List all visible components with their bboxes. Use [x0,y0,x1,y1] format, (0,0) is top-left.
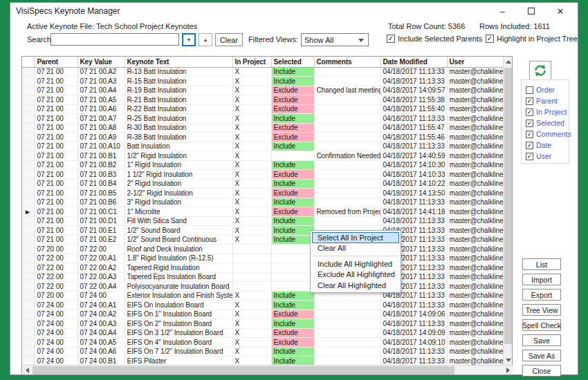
cell-in-project[interactable] [232,263,271,273]
cell-user[interactable]: master@chalkline [447,95,504,105]
cell-user[interactable]: master@chalkline [447,67,504,77]
cell-keynote-text[interactable]: 1.8" Rigid Insulation (R-12.5) [125,254,232,263]
spell-check-button[interactable]: Spell Check [522,319,561,331]
cell-parent[interactable]: 07 20 00 [35,291,77,301]
table-row[interactable]: 07 21 0007 21 00.A8R-30 Batt InsulationX… [22,123,504,133]
cell-keynote-text[interactable]: 1" Rigid Insulation [125,160,232,170]
col-header-user[interactable]: User [447,57,504,67]
cell-selected[interactable]: Exclude [271,310,314,319]
cell-in-project[interactable]: X [232,179,271,189]
cell-date-modified[interactable]: 04/18/2017 11:55:38 [380,95,447,105]
cell-parent[interactable]: 07 22 00 [35,254,77,263]
cell-selected[interactable] [271,272,314,282]
cell-user[interactable]: master@chalkline [447,179,504,189]
cell-in-project[interactable]: X [232,235,271,245]
row-selector-cell[interactable] [22,319,35,329]
cell-key-value[interactable]: 07 21 00.E1 [77,226,125,236]
col-header-in-project[interactable]: In Project [232,57,271,67]
search-input[interactable] [50,33,179,46]
table-row[interactable]: 07 22 0007 22 00.A11.8" Rigid Insulation… [22,254,504,263]
cell-date-modified[interactable]: 04/18/2017 11:55:46 [380,133,447,142]
menu-item-select-all-in-project[interactable]: Select All In Project [312,232,399,243]
cell-in-project[interactable]: X [232,357,271,366]
cell-parent[interactable]: 07 21 00 [35,77,77,86]
table-row[interactable]: ►07 21 0007 21 00.C11" MicroliteXExclude… [22,207,504,217]
include-selected-parents-checkbox[interactable]: ✓ Include Selected Parents [387,35,482,43]
cell-key-value[interactable]: 07 21 00.B3 [77,170,125,180]
cell-keynote-text[interactable]: 1/2" Sound Board [125,226,232,236]
cell-in-project[interactable]: X [232,216,271,226]
import-button[interactable]: Import [522,274,561,285]
cell-comments[interactable] [314,123,380,133]
table-row[interactable]: 07 24 0007 24 00.A2EIFS On 1" Insulation… [22,310,504,319]
cell-user[interactable]: master@chalkline [447,319,504,329]
cell-parent[interactable]: 07 21 00 [35,123,77,133]
cell-selected[interactable]: Include [271,114,314,124]
cell-comments[interactable] [314,104,380,114]
cell-comments[interactable] [314,133,380,142]
cell-in-project[interactable]: X [232,226,271,236]
cell-parent[interactable]: 07 21 00 [35,160,77,170]
cell-parent[interactable]: 07 21 00 [35,151,77,161]
search-prev-button[interactable]: ▲ [199,33,212,46]
close-icon[interactable]: ✕ [546,3,575,19]
cell-selected[interactable]: Include [271,142,314,151]
cell-date-modified[interactable]: 04/18/2017 11:13:33 [380,67,447,77]
row-selector-cell[interactable] [22,86,35,95]
row-selector-cell[interactable] [22,142,35,151]
cell-comments[interactable]: Confirmation Needed. [314,151,380,161]
column-toggle-comments[interactable]: ✓Comments [526,129,569,140]
cell-key-value[interactable]: 07 21 00.B4 [77,179,125,189]
menu-item-exclude-all-highlighted[interactable]: Exclude All Highlighted [312,269,399,281]
cell-user[interactable]: master@chalkline [447,235,504,245]
cell-keynote-text[interactable]: EIFS On 7 1/2" Insulation Board [125,347,232,357]
cell-keynote-text[interactable]: Fill With Silica Sand [125,216,232,226]
maximize-icon[interactable] [517,3,546,19]
table-row[interactable]: 07 21 0007 21 00.A5R-21 Batt InsulationX… [22,95,504,105]
cell-in-project[interactable] [232,282,271,292]
cell-user[interactable]: master@chalkline [447,123,504,133]
cell-user[interactable]: master@chalkline [447,104,504,114]
row-selector-cell[interactable] [22,301,35,310]
cell-in-project[interactable]: X [232,310,271,319]
cell-keynote-text[interactable]: 1/2" Sound Board Continuous [125,235,232,245]
export-button[interactable]: Export [522,289,561,301]
menu-item-clear-all[interactable]: Clear All [312,243,399,254]
cell-key-value[interactable]: 07 21 00.B2 [77,160,125,170]
cell-selected[interactable]: Exclude [271,104,314,114]
table-row[interactable]: 07 24 0007 24 00.A3EIFS On 2" Insulation… [22,319,504,329]
cell-user[interactable]: master@chalkline [447,207,504,217]
cell-key-value[interactable]: 07 24 00.A5 [77,338,125,348]
cell-keynote-text[interactable]: Polyisocyanurate Insulation Board [125,282,232,292]
menu-item-include-all-highlighted[interactable]: Include All Highlighted [312,258,399,269]
cell-in-project[interactable]: X [232,67,271,77]
cell-keynote-text[interactable]: EIFS On Insulation Board [125,301,232,310]
row-selector-cell[interactable] [22,282,35,292]
cell-user[interactable]: master@chalkline [447,160,504,170]
cell-comments[interactable]: Changed last meeting. [314,86,380,95]
cell-parent[interactable]: 07 21 00 [35,67,77,77]
cell-comments[interactable] [314,347,380,357]
cell-user[interactable]: master@chalkline [447,310,504,319]
cell-parent[interactable]: 07 22 00 [35,282,77,292]
cell-keynote-text[interactable]: EIFS On 4" Insulation Board [125,338,232,348]
cell-comments[interactable] [314,216,380,226]
scroll-up-icon[interactable] [504,57,513,66]
cell-comments[interactable] [314,301,380,310]
cell-key-value[interactable]: 07 21 00.A4 [77,86,125,95]
row-selector-cell[interactable] [22,245,35,254]
cell-parent[interactable]: 07 22 00 [35,263,77,273]
cell-parent[interactable]: 07 21 00 [35,189,77,198]
cell-selected[interactable]: Exclude [271,95,314,105]
row-selector-cell[interactable] [22,291,35,301]
cell-in-project[interactable]: X [232,77,271,86]
cell-key-value[interactable]: 07 21 00.D1 [77,216,125,226]
save-button[interactable]: Save [522,334,561,346]
row-selector-cell[interactable] [22,104,35,114]
cell-date-modified[interactable]: 04/18/2017 14:40:59 [380,151,447,161]
row-selector-cell[interactable] [22,347,35,357]
cell-in-project[interactable]: X [232,319,271,329]
row-selector-cell[interactable] [22,179,35,189]
table-row[interactable]: 07 24 0007 24 00.B1EIFS PilasterXInclude… [22,357,504,366]
row-selector-cell[interactable] [22,198,35,207]
